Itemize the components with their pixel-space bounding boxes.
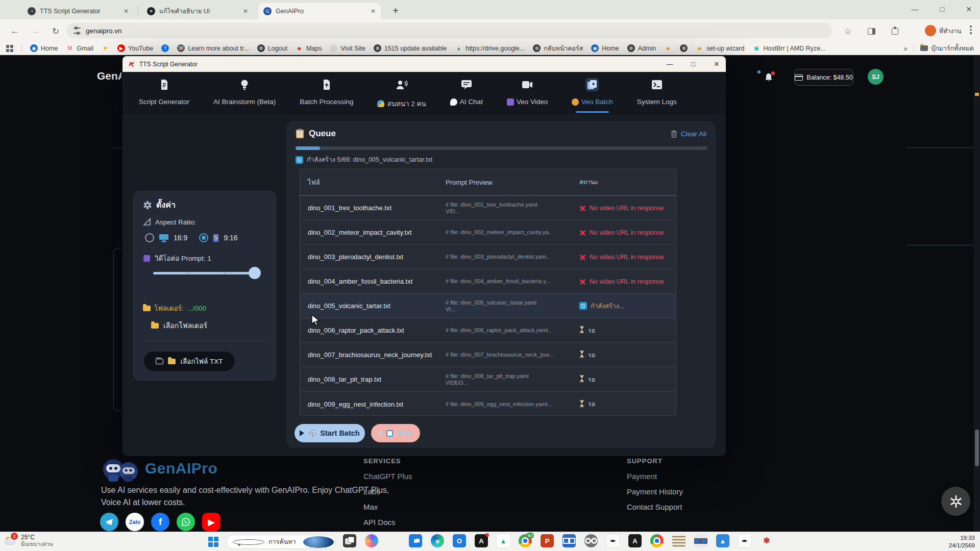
bookmark-item[interactable]: ▲ https://drive.google... xyxy=(455,44,525,52)
bookmark-item[interactable]: ◉ Home xyxy=(591,44,619,52)
footer-link[interactable]: API Docs xyxy=(363,518,412,527)
taskbar-clock[interactable]: 19:33 24/1/2569 xyxy=(949,534,975,549)
taskbar-app-icon[interactable] xyxy=(672,534,685,547)
address-bar[interactable]: genaipro.vn xyxy=(66,23,832,38)
footer-link[interactable]: Payment xyxy=(627,472,683,481)
site-settings-icon[interactable] xyxy=(74,28,81,34)
taskbar-app-icon[interactable] xyxy=(694,534,707,547)
bookmark-item[interactable]: ⊕ xyxy=(680,44,688,52)
queue-table-row[interactable]: dino_004_amber_fossil_bacteria.txt # fil… xyxy=(300,269,676,294)
browser-tab-1[interactable]: ◔ TTS Script Generator ✕ xyxy=(22,3,134,19)
queue-table-row[interactable]: dino_005_volcanic_tartar.txt # file: din… xyxy=(300,294,676,318)
bookmark-item[interactable]: W Learn more about tr... xyxy=(177,44,249,52)
all-bookmarks-button[interactable]: บุ๊กมาร์กทั้งหมด xyxy=(920,43,974,54)
bookmark-item[interactable]: ◆ xyxy=(664,44,672,52)
bookmark-item[interactable]: ▶ YouTube xyxy=(117,44,153,52)
whatsapp-icon[interactable] xyxy=(177,513,195,531)
taskbar-app-icon[interactable]: e xyxy=(431,534,444,547)
extensions-puzzle-icon[interactable] xyxy=(888,24,901,38)
bookmark-item[interactable]: ◉ Home xyxy=(30,44,58,52)
tab-ai-chat[interactable]: AI Chat xyxy=(450,78,483,106)
taskbar-app-icon[interactable]: O xyxy=(453,534,466,547)
taskbar-app-icon[interactable] xyxy=(409,534,422,547)
bookmark-item[interactable]: ✱ xyxy=(102,44,109,52)
weather-widget[interactable]: 2 25°C มีเมฆบางส่วน xyxy=(4,534,53,547)
browser-close-button[interactable]: ✕ xyxy=(959,2,979,16)
app-title-bar[interactable]: TTS Script Generator — □ ✕ xyxy=(122,56,726,72)
browser-maximize-button[interactable]: □ xyxy=(932,2,952,16)
browser-tab-3-active[interactable]: G GenAIPro ✕ xyxy=(258,3,381,19)
start-batch-button[interactable]: Start Batch xyxy=(295,424,365,442)
queue-table-row[interactable]: dino_006_raptor_pack_attack.txt # file: … xyxy=(300,318,676,343)
ratio-9-16-label[interactable]: 9:16 xyxy=(224,234,237,242)
queue-table-row[interactable]: dino_007_brachiosaurus_neck_journey.txt … xyxy=(300,343,676,367)
footer-link[interactable]: Labs xyxy=(363,487,412,496)
bookmarks-overflow-chevron[interactable]: » xyxy=(903,44,908,53)
taskbar-app-icon[interactable] xyxy=(562,534,576,547)
queue-table-row[interactable]: dino_008_tar_pit_trap.txt # file: dino_0… xyxy=(300,367,676,392)
taskbar-app-icon[interactable]: ▲ xyxy=(497,534,510,547)
stop-button[interactable]: Stop xyxy=(371,424,420,442)
apps-grid-icon[interactable] xyxy=(6,45,13,52)
bookmark-item[interactable]: M Gmail xyxy=(66,44,93,52)
browser-minimize-button[interactable]: — xyxy=(904,2,925,16)
radio-16-9[interactable] xyxy=(145,233,154,242)
taskbar-app-icon[interactable]: SJ xyxy=(519,534,532,547)
taskbar-app-icon[interactable] xyxy=(584,534,598,547)
side-panel-icon[interactable] xyxy=(865,24,878,38)
videos-slider-track[interactable] xyxy=(153,272,260,274)
scrollbar-thumb[interactable] xyxy=(975,430,979,466)
queue-table-row[interactable]: dino_002_meteor_impact_cavity.txt # file… xyxy=(300,220,676,245)
facebook-icon[interactable]: f xyxy=(151,513,169,531)
app-close-button[interactable]: ✕ xyxy=(705,56,726,72)
taskbar-app-icon[interactable]: A xyxy=(628,534,642,547)
zalo-icon[interactable]: Zalo xyxy=(126,513,144,531)
bookmark-star-icon[interactable]: ☆ xyxy=(841,24,854,38)
bookmark-item[interactable]: ⊕ Admin xyxy=(627,44,656,52)
taskbar-app-icon[interactable] xyxy=(365,534,378,547)
taskbar-app-icon[interactable]: ✱ xyxy=(760,534,773,547)
tab-conversation-2-person[interactable]: สนทนา 2 คน xyxy=(377,78,426,109)
tab-script-generator[interactable]: Script Generator xyxy=(139,78,189,106)
tab-close-icon[interactable]: ✕ xyxy=(243,8,248,15)
tab-ai-brainstorm[interactable]: AI Brainstorm (Beta) xyxy=(213,78,276,106)
youtube-icon[interactable]: ▶ xyxy=(202,513,220,531)
browser-menu-icon[interactable] xyxy=(970,26,972,36)
chatgpt-floating-button[interactable] xyxy=(941,487,970,516)
bookmark-item[interactable]: ⊕ กลับหน้าคอร์ส xyxy=(533,43,583,54)
bookmark-item[interactable]: ⊕ 1515 update available xyxy=(374,44,447,52)
back-button[interactable]: ← xyxy=(8,24,21,38)
taskbar-app-icon[interactable]: P xyxy=(541,534,554,547)
tab-veo-batch-active[interactable]: Veo Batch xyxy=(572,78,613,106)
bookmark-item[interactable]: ⊕ Logout xyxy=(257,44,287,52)
forward-button[interactable]: → xyxy=(29,24,42,38)
taskbar-app-icon[interactable] xyxy=(343,534,356,547)
queue-table-row[interactable]: dino_003_pterodactyl_dentist.txt # file:… xyxy=(300,245,676,269)
bookmark-item[interactable]: ◆ set-up wizard xyxy=(696,44,744,52)
telegram-icon[interactable] xyxy=(100,513,118,531)
taskbar-app-icon[interactable]: ▲ xyxy=(716,534,729,547)
taskbar-app-icon[interactable]: A xyxy=(475,534,488,547)
taskbar-app-icon[interactable] xyxy=(650,534,664,547)
bookmark-item[interactable]: Visit Site xyxy=(330,44,365,52)
ratio-16-9-label[interactable]: 16:9 xyxy=(174,234,187,242)
taskbar-app-icon[interactable] xyxy=(387,534,400,547)
taskbar-search[interactable]: การค้นหา xyxy=(226,535,336,549)
tab-system-logs[interactable]: System Logs xyxy=(637,78,677,106)
footer-link[interactable]: Payment History xyxy=(627,487,683,496)
select-folder-button[interactable]: เลือกโฟลเดอร์ xyxy=(151,320,207,331)
bookmark-item[interactable]: ▣ HostBrr | AMD Ryze... xyxy=(753,44,826,52)
bookmark-item[interactable]: f xyxy=(161,44,169,52)
bookmark-item[interactable]: ◆ Maps xyxy=(296,44,322,52)
radio-9-16-selected[interactable] xyxy=(199,233,208,242)
notification-bell-icon[interactable] xyxy=(764,72,774,85)
app-maximize-button[interactable]: □ xyxy=(682,56,704,72)
tab-veo-video[interactable]: Veo Video xyxy=(507,78,548,106)
queue-table-row[interactable]: dino_001_trex_toothache.txt # file: dino… xyxy=(300,196,676,220)
taskbar-app-icon[interactable]: ✒ xyxy=(738,534,751,547)
footer-link[interactable]: ChatGPT Plus xyxy=(363,472,412,481)
tab-close-icon[interactable]: ✕ xyxy=(124,8,129,15)
app-minimize-button[interactable]: — xyxy=(658,56,681,72)
browser-tab-2[interactable]: ✳ แก้ไขคำอธิบาย UI ✕ xyxy=(142,3,253,19)
footer-link[interactable]: Contact Support xyxy=(627,503,683,511)
